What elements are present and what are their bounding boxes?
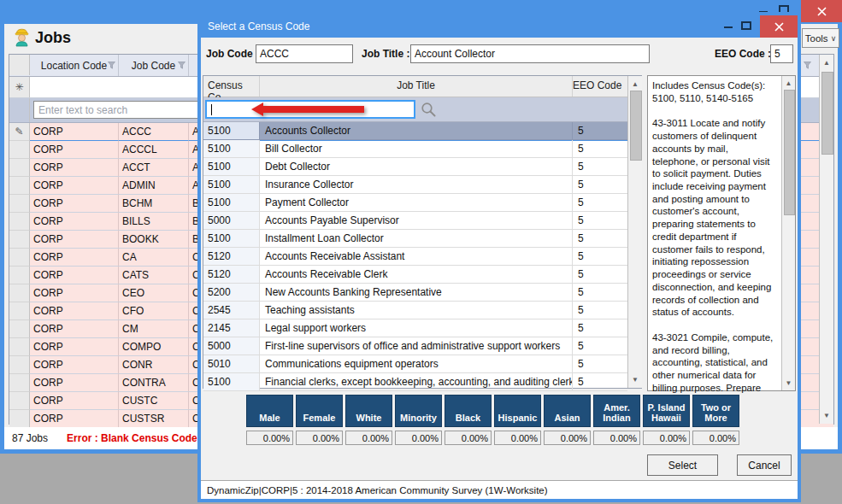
location-code-cell: CORP — [30, 410, 119, 428]
column-header-census-code[interactable]: Census Co... — [203, 76, 260, 97]
location-code-cell: CORP — [30, 392, 119, 410]
eeo-code-label: EEO Code : — [715, 48, 771, 60]
location-code-cell: CORP — [30, 302, 119, 320]
location-code-cell: CORP — [30, 159, 119, 177]
census-row[interactable]: 5000First-line supervisors of office and… — [203, 337, 641, 355]
demographic-column: Minority0.00% — [395, 395, 442, 445]
demographic-button[interactable]: P. Island Hawaii — [643, 395, 690, 427]
job-code-field[interactable]: ACCC — [256, 44, 353, 63]
demographic-button[interactable]: Male — [246, 395, 293, 427]
job-code-cell: ACCCL — [119, 141, 189, 159]
cancel-button[interactable]: Cancel — [737, 454, 792, 476]
select-button[interactable]: Select — [647, 454, 718, 476]
demographic-button[interactable]: Asian — [544, 395, 591, 427]
job-code-cell: CUSTSR — [119, 410, 189, 428]
census-row[interactable]: 5100Bill Collector5 — [203, 140, 641, 158]
census-row[interactable]: 5100Payment Collector5 — [203, 194, 641, 212]
scroll-down-icon[interactable]: ▼ — [628, 376, 642, 384]
census-description-text: Includes Census Code(s): 5100, 5110, 514… — [652, 79, 776, 395]
row-indicator — [9, 356, 30, 374]
census-title-cell: Accounts Collector — [260, 122, 573, 140]
census-row[interactable]: 5100Debt Collector5 — [203, 158, 641, 176]
job-code-cell: ACCC — [119, 123, 189, 141]
dialog-minimize-icon[interactable] — [724, 26, 733, 28]
demographic-value: 0.00% — [296, 431, 343, 445]
eeo-code-field[interactable]: 5 — [770, 44, 793, 63]
census-row[interactable]: 5120Accounts Receivable Assistant5 — [203, 248, 641, 266]
close-button[interactable] — [801, 0, 842, 22]
job-count: 87 Jobs — [12, 432, 48, 444]
demographic-button[interactable]: Black — [445, 395, 492, 427]
column-header-eeo-code[interactable]: EEO Code — [573, 76, 627, 97]
demographic-button[interactable]: Two or More — [692, 395, 739, 427]
row-indicator — [9, 231, 30, 249]
filter-icon[interactable] — [804, 62, 811, 69]
census-row[interactable]: 5100Accounts Collector5 — [203, 122, 641, 140]
demographic-button[interactable]: Hispanic — [494, 395, 541, 427]
scrollbar-thumb[interactable] — [630, 91, 642, 161]
scroll-up-icon[interactable]: ▲ — [628, 80, 642, 88]
dialog-maximize-icon[interactable] — [741, 21, 751, 30]
page-title: Jobs — [35, 29, 71, 47]
demographic-button[interactable]: Amer. Indian — [593, 395, 640, 427]
row-indicator — [9, 410, 30, 428]
census-scrollbar[interactable]: ▲ ▼ — [627, 76, 642, 388]
demographic-button[interactable]: White — [345, 395, 392, 427]
demographic-button[interactable]: Minority — [395, 395, 442, 427]
demographic-value: 0.00% — [395, 431, 442, 445]
census-dialog: Select a Census Code Job Code : ACCC Job… — [197, 12, 801, 502]
scroll-down-icon[interactable]: ▼ — [782, 379, 795, 387]
search-icon[interactable] — [421, 102, 437, 118]
census-row[interactable]: 5100Financial clerks, except bookkeeping… — [203, 373, 641, 391]
job-code-cell: COMPO — [119, 338, 189, 356]
scrollbar-thumb[interactable] — [784, 90, 795, 215]
tools-dropdown[interactable]: Tools ∨ — [802, 28, 839, 48]
census-row[interactable]: 5010Communications equipment operators5 — [203, 355, 641, 373]
census-code-cell: 5000 — [203, 212, 260, 230]
row-indicator — [9, 267, 30, 284]
scroll-down-icon[interactable]: ▼ — [820, 412, 833, 419]
census-row[interactable]: 5120Accounts Receivable Clerk5 — [203, 266, 641, 284]
demographic-button[interactable]: Female — [296, 395, 343, 427]
census-title-cell: Accounts Payable Supervisor — [260, 212, 573, 230]
census-title-cell: Legal support workers — [260, 319, 573, 337]
scrollbar-thumb[interactable] — [821, 72, 833, 155]
scroll-up-icon[interactable]: ▲ — [782, 79, 795, 87]
row-indicator — [9, 302, 30, 320]
demographic-column: Hispanic0.00% — [494, 395, 541, 445]
census-code-cell: 5100 — [203, 194, 260, 212]
census-row[interactable]: 5100Insurance Collector5 — [203, 176, 641, 194]
column-header-census-job-title[interactable]: Job Title — [260, 76, 573, 97]
census-row[interactable]: 2545Teaching assistants5 — [203, 302, 641, 319]
demographic-value: 0.00% — [246, 431, 293, 445]
scroll-up-icon[interactable]: ▲ — [820, 59, 833, 67]
census-code-cell: 5000 — [203, 337, 260, 355]
filter-icon[interactable] — [178, 62, 185, 69]
job-code-cell: BCHM — [119, 195, 189, 213]
census-code-cell: 2145 — [203, 319, 260, 337]
census-eeo-cell: 5 — [573, 355, 627, 373]
description-scrollbar[interactable]: ▲ ▼ — [781, 76, 795, 390]
census-code-cell: 5120 — [203, 248, 260, 266]
filter-icon[interactable] — [108, 62, 115, 69]
census-row[interactable]: 2145Legal support workers5 — [203, 319, 641, 337]
location-code-cell: CORP — [30, 338, 119, 356]
census-title-cell: Communications equipment operators — [260, 355, 573, 373]
dialog-close-button[interactable] — [760, 15, 798, 38]
column-header-job-code[interactable]: Job Code — [119, 55, 189, 76]
location-code-cell: CORP — [30, 123, 119, 141]
jobs-grid-scrollbar[interactable]: ▲ ▼ — [819, 55, 833, 424]
census-row[interactable]: 5200New Accounts Banking Representative5 — [203, 284, 641, 302]
demographic-column: Female0.00% — [296, 395, 343, 445]
job-title-field[interactable]: Account Collector — [410, 44, 650, 63]
census-row[interactable]: 5100Installment Loan Collector5 — [203, 230, 641, 248]
census-eeo-cell: 5 — [573, 230, 627, 248]
census-code-cell: 5100 — [203, 158, 260, 176]
census-code-cell: 5120 — [203, 266, 260, 284]
demographic-column: Black0.00% — [445, 395, 492, 445]
job-code-cell: ADMIN — [119, 177, 189, 195]
location-code-cell: CORP — [30, 231, 119, 249]
row-indicator — [9, 338, 30, 356]
census-row[interactable]: 5000Accounts Payable Supervisor5 — [203, 212, 641, 230]
column-header-location-code[interactable]: Location Code — [30, 55, 119, 76]
